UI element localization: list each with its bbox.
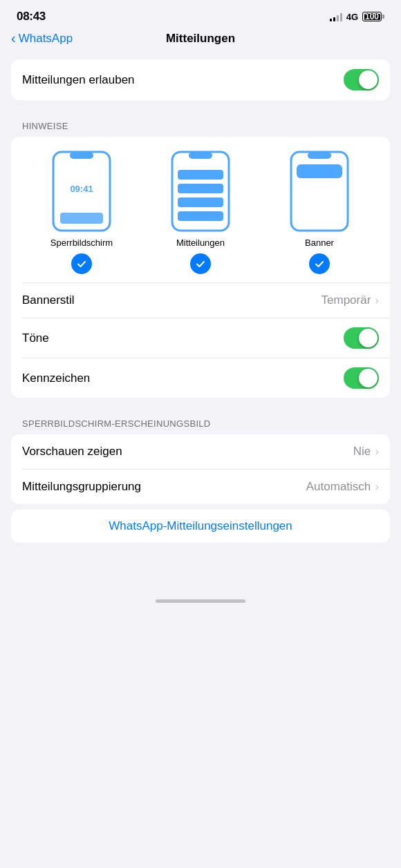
vorschauen-value: Nie [353,445,371,459]
banner-phone-icon [288,151,351,232]
svg-rect-7 [178,184,223,193]
svg-rect-9 [178,211,223,221]
svg-rect-10 [291,152,348,231]
vorschauen-row[interactable]: Vorschauen zeigen Nie › [11,434,390,469]
back-label: WhatsApp [19,32,73,46]
kennzeichen-toggle[interactable] [344,367,379,389]
svg-rect-1 [70,152,93,159]
option-sperrbildschirm: 09:41 Sperrbildschirm [22,151,141,274]
status-time: 08:43 [17,10,46,23]
toene-row: Töne [11,318,390,358]
home-indicator [0,591,401,608]
home-bar [156,599,245,603]
main-content: Mitteilungen erlauben HINWEISE 09:41 Spe… [0,54,401,591]
back-chevron-icon: ‹ [11,30,16,46]
hinweise-section-header: HINWEISE [11,121,390,137]
svg-rect-11 [308,152,331,159]
sperrbildschirm-section-header: SPERRBILDSCHIRM-ERSCHEINUNGSBILD [11,418,390,434]
allow-notifications-label: Mitteilungen erlauben [22,73,135,87]
back-button[interactable]: ‹ WhatsApp [11,31,73,46]
option-banner: Banner [260,151,379,274]
gruppierung-label: Mitteilungsgruppierung [22,480,141,494]
network-label: 4G [346,12,358,22]
bannerstil-value-wrap: Temporär › [321,293,379,307]
vorschauen-label: Vorschauen zeigen [22,445,122,459]
svg-rect-3 [60,213,103,224]
sperrbildschirm-label: Sperrbildschirm [50,238,113,248]
page-title: Mitteilungen [166,32,235,46]
svg-rect-5 [189,152,212,159]
gruppierung-value: Automatisch [306,480,371,494]
allow-notifications-row: Mitteilungen erlauben [11,59,390,100]
kennzeichen-row: Kennzeichen [11,358,390,398]
bannerstil-row[interactable]: Bannerstil Temporär › [11,283,390,318]
toene-toggle[interactable] [344,327,379,349]
banner-check[interactable] [309,253,330,274]
sperrbildschirm-check[interactable] [71,253,92,274]
svg-text:09:41: 09:41 [70,184,93,194]
phone-options: 09:41 Sperrbildschirm [11,151,390,282]
battery-icon: 100 [362,12,384,21]
kennzeichen-label: Kennzeichen [22,372,90,385]
status-bar: 08:43 4G 100 [0,0,401,29]
svg-rect-12 [297,164,342,178]
mitteilungen-label: Mitteilungen [176,238,225,248]
svg-rect-6 [178,170,223,180]
sperrbildschirm-phone-icon: 09:41 [50,151,113,232]
whatsapp-settings-card[interactable]: WhatsApp-Mitteilungseinstellungen [11,510,390,543]
vorschauen-value-wrap: Nie › [353,445,379,459]
vorschauen-chevron-icon: › [375,445,379,459]
bannerstil-chevron-icon: › [375,293,379,307]
mitteilungen-check[interactable] [190,253,211,274]
bannerstil-label: Bannerstil [22,293,75,307]
mitteilungen-phone-icon [169,151,232,232]
status-icons: 4G 100 [330,12,384,22]
allow-notifications-toggle[interactable] [344,69,379,90]
option-mitteilungen: Mitteilungen [141,151,260,274]
gruppierung-chevron-icon: › [375,480,379,494]
sperrbildschirm-card: Vorschauen zeigen Nie › Mitteilungsgrupp… [11,434,390,504]
svg-rect-8 [178,197,223,207]
bannerstil-value: Temporär [321,293,371,307]
toene-label: Töne [22,331,49,345]
whatsapp-settings-link[interactable]: WhatsApp-Mitteilungseinstellungen [11,510,390,543]
hinweise-card: 09:41 Sperrbildschirm [11,137,390,398]
signal-icon [330,12,342,21]
gruppierung-row[interactable]: Mitteilungsgruppierung Automatisch › [11,470,390,504]
gruppierung-value-wrap: Automatisch › [306,480,379,494]
nav-bar: ‹ WhatsApp Mitteilungen [0,29,401,54]
banner-label: Banner [305,238,334,248]
